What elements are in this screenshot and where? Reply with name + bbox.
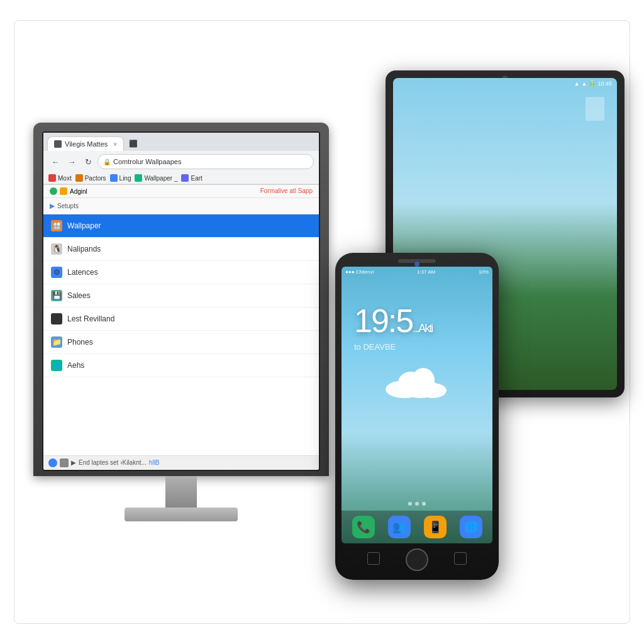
phone-time-suffix: ...Akti	[413, 322, 432, 335]
bookmark-icon-eart	[181, 174, 189, 182]
tablet-status-bar: ▲ ▲ 🔋 10:45	[569, 78, 617, 89]
sidebar-section-header: ▶ Setupts	[43, 198, 319, 214]
browser-chrome: Vilegis Mattes × ⬛ ← → ↻ 🔒 Comtrolur Wal…	[43, 133, 319, 185]
menu-label-latences: Latences	[67, 268, 98, 277]
monitor-screen: Vilegis Mattes × ⬛ ← → ↻ 🔒 Comtrolur Wal…	[42, 131, 320, 471]
menu-item-wallpaper[interactable]: 🪟 Wallpaper	[43, 214, 319, 238]
bookmark-icon-moxt	[48, 174, 56, 182]
bookmark-eart[interactable]: Eart	[181, 174, 202, 182]
play-icon: ▶	[71, 459, 76, 466]
user-label: Adginl	[70, 188, 87, 195]
tablet-battery-icon: 🔋	[589, 80, 596, 87]
user-item[interactable]: Adginl	[50, 187, 87, 195]
lest-icon: 🖥	[51, 313, 62, 325]
nalipands-icon: 🐧	[51, 243, 62, 255]
devices-section: ▲ ▲ 🔋 10:45 ●●● CNtenvi 1:37 AM 10%	[335, 52, 625, 592]
statusbar-stop-icon	[60, 458, 69, 467]
menu-item-lest-revilland[interactable]: 🖥 Lest Revilland	[43, 308, 319, 331]
monitor: Vilegis Mattes × ⬛ ← → ↻ 🔒 Comtrolur Wal…	[27, 123, 335, 521]
sidebar-header-label: Setupts	[57, 203, 79, 209]
dock-app-icon[interactable]: 📱	[424, 516, 447, 538]
latences-icon: ⚙	[51, 267, 62, 278]
dock-browser-icon[interactable]: 🌐	[460, 516, 482, 538]
user-dot-icon	[50, 187, 57, 195]
inactive-tab[interactable]: ⬛	[124, 136, 143, 151]
menu-label-phones: Phones	[67, 338, 93, 347]
top-right-text: Formalive atl Sapp	[260, 187, 313, 195]
menu-item-salees[interactable]: 💾 Salees	[43, 284, 319, 308]
tab-close-button[interactable]: ×	[113, 141, 117, 148]
tab-title: Vilegis Mattes	[65, 140, 108, 148]
content-top-bar: Adginl Formalive atl Sapp	[43, 185, 319, 198]
bookmark-moxt[interactable]: Moxt	[48, 174, 72, 182]
svg-point-4	[412, 368, 435, 393]
bookmark-icon-pactors	[75, 174, 83, 182]
browser-tabs-bar: Vilegis Mattes × ⬛	[43, 133, 319, 151]
statusbar-text: End laptes set ›Kilaknt...	[79, 459, 147, 466]
tablet-signal-icon: ▲	[582, 80, 587, 87]
bookmark-ling[interactable]: Ling	[110, 174, 131, 182]
bookmarks-bar: Moxt Pactors Ling Wallpaper _	[43, 172, 319, 184]
phone-time-status: 1:37 AM	[417, 269, 435, 275]
monitor-bezel: Vilegis Mattes × ⬛ ← → ↻ 🔒 Comtrolur Wal…	[33, 123, 329, 476]
phone-page-dots	[408, 502, 426, 506]
menu-label-lest-revilland: Lest Revilland	[67, 314, 114, 323]
aehs-icon: 🌐	[51, 360, 62, 371]
phone-carrier: ●●● CNtenvi	[345, 269, 374, 275]
phone-dock: 📞 👥 📱 🌐	[341, 511, 492, 543]
menu-label-aehs: Aehs	[67, 361, 84, 370]
phone-home-button[interactable]	[406, 548, 428, 571]
phone-battery: 10%	[479, 269, 489, 275]
lock-icon: 🔒	[103, 158, 111, 165]
menu-label-salees: Salees	[67, 291, 91, 300]
menu-label-wallpaper: Wallpaper	[67, 221, 101, 230]
statusbar-link[interactable]: hllB	[149, 459, 160, 466]
menu-item-latences[interactable]: ⚙ Latences	[43, 261, 319, 284]
browser-sidebar: Adginl Formalive atl Sapp ▶ Setupts 🪟	[43, 185, 319, 455]
phone-status-bar: ●●● CNtenvi 1:37 AM 10%	[341, 267, 492, 277]
forward-button[interactable]: →	[65, 155, 79, 169]
menu-item-nalipands[interactable]: 🐧 Nalipands	[43, 238, 319, 261]
dock-contacts-icon[interactable]: 👥	[388, 516, 411, 538]
tablet-time: 10:45	[597, 80, 612, 87]
monitor-base	[125, 508, 238, 521]
page-dot-1	[408, 502, 412, 506]
phone-menu-button[interactable]	[454, 552, 467, 565]
page-dot-2	[415, 502, 419, 506]
monitor-neck	[165, 476, 197, 508]
menu-item-aehs[interactable]: 🌐 Aehs	[43, 354, 319, 377]
active-tab[interactable]: Vilegis Mattes ×	[47, 136, 124, 151]
arrow-icon: ▶	[50, 202, 55, 210]
browser-nav-bar: ← → ↻ 🔒 Comtrolur Wallpaapes	[43, 151, 319, 172]
wallpaper-icon: 🪟	[51, 220, 62, 231]
page-dot-3	[422, 502, 426, 506]
menu-item-phones[interactable]: 📁 Phones	[43, 331, 319, 354]
address-bar[interactable]: 🔒 Comtrolur Wallpaapes	[97, 154, 314, 169]
bookmark-label-moxt: Moxt	[58, 175, 72, 182]
folder-icon	[60, 187, 67, 195]
phone-screen: ●●● CNtenvi 1:37 AM 10% 19:5...Akti to D…	[341, 267, 492, 543]
browser-statusbar: ▶ End laptes set ›Kilaknt... hllB	[43, 455, 319, 469]
phone-device: ●●● CNtenvi 1:37 AM 10% 19:5...Akti to D…	[335, 253, 499, 580]
back-button[interactable]: ←	[48, 155, 62, 169]
address-text: Comtrolur Wallpaapes	[113, 158, 181, 165]
dock-phone-icon[interactable]: 📞	[352, 516, 375, 538]
phone-cloud-illustration	[382, 364, 452, 399]
phone-back-button[interactable]	[367, 552, 380, 565]
tab-favicon	[54, 140, 62, 148]
menu-label-nalipands: Nalipands	[67, 245, 101, 253]
bookmark-label-eart: Eart	[191, 175, 202, 182]
salees-icon: 💾	[51, 290, 62, 301]
tablet-wifi-icon: ▲	[574, 80, 580, 87]
main-scene: Vilegis Mattes × ⬛ ← → ↻ 🔒 Comtrolur Wal…	[14, 20, 630, 624]
refresh-button[interactable]: ↻	[81, 155, 95, 169]
phone-big-time-value: 19:5	[354, 303, 413, 339]
bookmark-icon-wallpaper	[135, 174, 142, 182]
phone-camera	[414, 262, 419, 267]
statusbar-play-icon	[48, 458, 57, 467]
bookmark-label-wallpaper: Wallpaper _	[144, 175, 177, 182]
bookmark-pactors[interactable]: Pactors	[75, 174, 106, 182]
phone-big-time: 19:5...Akti	[354, 304, 432, 337]
browser-content: Adginl Formalive atl Sapp ▶ Setupts 🪟	[43, 185, 319, 455]
bookmark-wallpaper[interactable]: Wallpaper _	[135, 174, 177, 182]
